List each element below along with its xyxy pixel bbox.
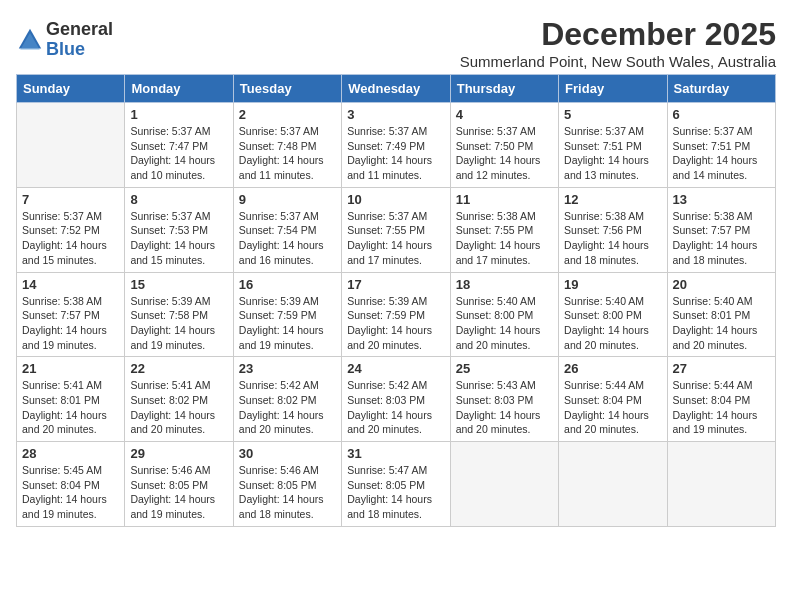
title-area: December 2025 Summerland Point, New Sout… xyxy=(460,16,776,70)
day-detail: Sunrise: 5:38 AMSunset: 7:57 PMDaylight:… xyxy=(673,209,770,268)
day-number: 2 xyxy=(239,107,336,122)
day-number: 25 xyxy=(456,361,553,376)
calendar-cell: 10Sunrise: 5:37 AMSunset: 7:55 PMDayligh… xyxy=(342,187,450,272)
calendar-cell: 14Sunrise: 5:38 AMSunset: 7:57 PMDayligh… xyxy=(17,272,125,357)
day-detail: Sunrise: 5:37 AMSunset: 7:48 PMDaylight:… xyxy=(239,124,336,183)
weekday-header-sunday: Sunday xyxy=(17,75,125,103)
calendar-cell: 30Sunrise: 5:46 AMSunset: 8:05 PMDayligh… xyxy=(233,442,341,527)
calendar-table: SundayMondayTuesdayWednesdayThursdayFrid… xyxy=(16,74,776,527)
day-detail: Sunrise: 5:37 AMSunset: 7:49 PMDaylight:… xyxy=(347,124,444,183)
calendar-cell: 11Sunrise: 5:38 AMSunset: 7:55 PMDayligh… xyxy=(450,187,558,272)
day-number: 7 xyxy=(22,192,119,207)
day-number: 23 xyxy=(239,361,336,376)
day-detail: Sunrise: 5:45 AMSunset: 8:04 PMDaylight:… xyxy=(22,463,119,522)
day-detail: Sunrise: 5:47 AMSunset: 8:05 PMDaylight:… xyxy=(347,463,444,522)
day-number: 17 xyxy=(347,277,444,292)
day-detail: Sunrise: 5:38 AMSunset: 7:55 PMDaylight:… xyxy=(456,209,553,268)
day-number: 22 xyxy=(130,361,227,376)
day-detail: Sunrise: 5:37 AMSunset: 7:51 PMDaylight:… xyxy=(673,124,770,183)
day-number: 14 xyxy=(22,277,119,292)
day-number: 31 xyxy=(347,446,444,461)
calendar-cell: 18Sunrise: 5:40 AMSunset: 8:00 PMDayligh… xyxy=(450,272,558,357)
calendar-cell: 29Sunrise: 5:46 AMSunset: 8:05 PMDayligh… xyxy=(125,442,233,527)
calendar-cell: 2Sunrise: 5:37 AMSunset: 7:48 PMDaylight… xyxy=(233,103,341,188)
calendar-cell: 25Sunrise: 5:43 AMSunset: 8:03 PMDayligh… xyxy=(450,357,558,442)
day-number: 28 xyxy=(22,446,119,461)
day-number: 8 xyxy=(130,192,227,207)
weekday-header-saturday: Saturday xyxy=(667,75,775,103)
day-detail: Sunrise: 5:46 AMSunset: 8:05 PMDaylight:… xyxy=(130,463,227,522)
day-detail: Sunrise: 5:44 AMSunset: 8:04 PMDaylight:… xyxy=(564,378,661,437)
day-number: 3 xyxy=(347,107,444,122)
calendar-cell: 28Sunrise: 5:45 AMSunset: 8:04 PMDayligh… xyxy=(17,442,125,527)
calendar-cell: 3Sunrise: 5:37 AMSunset: 7:49 PMDaylight… xyxy=(342,103,450,188)
calendar-cell: 16Sunrise: 5:39 AMSunset: 7:59 PMDayligh… xyxy=(233,272,341,357)
day-detail: Sunrise: 5:39 AMSunset: 7:58 PMDaylight:… xyxy=(130,294,227,353)
day-detail: Sunrise: 5:46 AMSunset: 8:05 PMDaylight:… xyxy=(239,463,336,522)
day-detail: Sunrise: 5:37 AMSunset: 7:50 PMDaylight:… xyxy=(456,124,553,183)
day-number: 9 xyxy=(239,192,336,207)
day-detail: Sunrise: 5:37 AMSunset: 7:53 PMDaylight:… xyxy=(130,209,227,268)
calendar-cell: 13Sunrise: 5:38 AMSunset: 7:57 PMDayligh… xyxy=(667,187,775,272)
day-detail: Sunrise: 5:38 AMSunset: 7:57 PMDaylight:… xyxy=(22,294,119,353)
day-number: 5 xyxy=(564,107,661,122)
day-number: 20 xyxy=(673,277,770,292)
day-detail: Sunrise: 5:40 AMSunset: 8:00 PMDaylight:… xyxy=(456,294,553,353)
day-detail: Sunrise: 5:44 AMSunset: 8:04 PMDaylight:… xyxy=(673,378,770,437)
weekday-header-friday: Friday xyxy=(559,75,667,103)
day-number: 26 xyxy=(564,361,661,376)
day-number: 16 xyxy=(239,277,336,292)
weekday-header-thursday: Thursday xyxy=(450,75,558,103)
calendar-header: SundayMondayTuesdayWednesdayThursdayFrid… xyxy=(17,75,776,103)
day-number: 30 xyxy=(239,446,336,461)
day-detail: Sunrise: 5:37 AMSunset: 7:52 PMDaylight:… xyxy=(22,209,119,268)
day-detail: Sunrise: 5:40 AMSunset: 8:01 PMDaylight:… xyxy=(673,294,770,353)
day-detail: Sunrise: 5:40 AMSunset: 8:00 PMDaylight:… xyxy=(564,294,661,353)
week-row-4: 21Sunrise: 5:41 AMSunset: 8:01 PMDayligh… xyxy=(17,357,776,442)
calendar-cell: 8Sunrise: 5:37 AMSunset: 7:53 PMDaylight… xyxy=(125,187,233,272)
weekday-header-wednesday: Wednesday xyxy=(342,75,450,103)
calendar-cell: 1Sunrise: 5:37 AMSunset: 7:47 PMDaylight… xyxy=(125,103,233,188)
day-detail: Sunrise: 5:37 AMSunset: 7:54 PMDaylight:… xyxy=(239,209,336,268)
weekday-header-monday: Monday xyxy=(125,75,233,103)
calendar-cell: 12Sunrise: 5:38 AMSunset: 7:56 PMDayligh… xyxy=(559,187,667,272)
calendar-cell xyxy=(667,442,775,527)
calendar-cell: 27Sunrise: 5:44 AMSunset: 8:04 PMDayligh… xyxy=(667,357,775,442)
weekday-header-row: SundayMondayTuesdayWednesdayThursdayFrid… xyxy=(17,75,776,103)
day-number: 4 xyxy=(456,107,553,122)
week-row-2: 7Sunrise: 5:37 AMSunset: 7:52 PMDaylight… xyxy=(17,187,776,272)
day-number: 10 xyxy=(347,192,444,207)
day-detail: Sunrise: 5:41 AMSunset: 8:01 PMDaylight:… xyxy=(22,378,119,437)
day-detail: Sunrise: 5:43 AMSunset: 8:03 PMDaylight:… xyxy=(456,378,553,437)
day-number: 11 xyxy=(456,192,553,207)
day-number: 18 xyxy=(456,277,553,292)
calendar-cell xyxy=(17,103,125,188)
day-number: 24 xyxy=(347,361,444,376)
day-detail: Sunrise: 5:39 AMSunset: 7:59 PMDaylight:… xyxy=(239,294,336,353)
day-detail: Sunrise: 5:37 AMSunset: 7:51 PMDaylight:… xyxy=(564,124,661,183)
main-title: December 2025 xyxy=(460,16,776,53)
day-number: 19 xyxy=(564,277,661,292)
day-detail: Sunrise: 5:39 AMSunset: 7:59 PMDaylight:… xyxy=(347,294,444,353)
header: General Blue December 2025 Summerland Po… xyxy=(16,16,776,70)
weekday-header-tuesday: Tuesday xyxy=(233,75,341,103)
calendar-cell: 26Sunrise: 5:44 AMSunset: 8:04 PMDayligh… xyxy=(559,357,667,442)
calendar-cell: 20Sunrise: 5:40 AMSunset: 8:01 PMDayligh… xyxy=(667,272,775,357)
day-detail: Sunrise: 5:41 AMSunset: 8:02 PMDaylight:… xyxy=(130,378,227,437)
day-number: 21 xyxy=(22,361,119,376)
calendar-cell: 9Sunrise: 5:37 AMSunset: 7:54 PMDaylight… xyxy=(233,187,341,272)
calendar-cell: 7Sunrise: 5:37 AMSunset: 7:52 PMDaylight… xyxy=(17,187,125,272)
calendar-cell: 6Sunrise: 5:37 AMSunset: 7:51 PMDaylight… xyxy=(667,103,775,188)
day-number: 6 xyxy=(673,107,770,122)
week-row-5: 28Sunrise: 5:45 AMSunset: 8:04 PMDayligh… xyxy=(17,442,776,527)
calendar-cell: 31Sunrise: 5:47 AMSunset: 8:05 PMDayligh… xyxy=(342,442,450,527)
sub-title: Summerland Point, New South Wales, Austr… xyxy=(460,53,776,70)
logo-general-text: General xyxy=(46,20,113,40)
day-number: 27 xyxy=(673,361,770,376)
day-number: 29 xyxy=(130,446,227,461)
logo: General Blue xyxy=(16,20,113,60)
calendar-cell xyxy=(559,442,667,527)
week-row-3: 14Sunrise: 5:38 AMSunset: 7:57 PMDayligh… xyxy=(17,272,776,357)
calendar-cell: 22Sunrise: 5:41 AMSunset: 8:02 PMDayligh… xyxy=(125,357,233,442)
week-row-1: 1Sunrise: 5:37 AMSunset: 7:47 PMDaylight… xyxy=(17,103,776,188)
